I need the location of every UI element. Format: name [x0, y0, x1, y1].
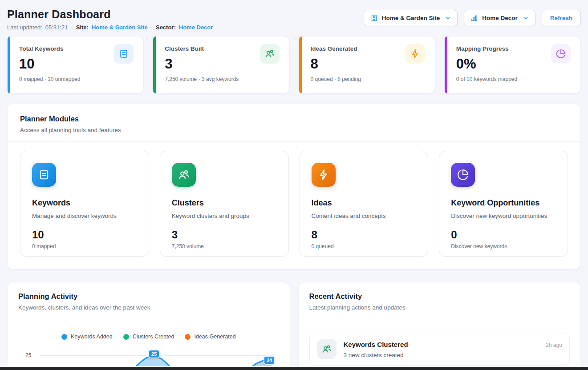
data-point-label: 24	[264, 356, 275, 365]
recent-activity-title: Recent Activity	[309, 292, 570, 301]
module-description: Content ideas and concepts	[312, 213, 417, 219]
modules-panel-header: Planner Modules Access all planning tool…	[8, 104, 580, 142]
pie-chart-icon	[551, 44, 571, 64]
module-description: Keyword clusters and groups	[172, 213, 277, 219]
stat-sub: 7,250 volume · 3 avg keywords	[165, 76, 280, 82]
legend-dot-green	[123, 334, 129, 340]
bottom-row: Planning Activity Keywords, clusters, an…	[7, 282, 581, 370]
module-sub: Discover new keywords	[451, 243, 556, 249]
module-sub: 0 mapped	[32, 243, 137, 249]
planning-activity-panel: Planning Activity Keywords, clusters, an…	[7, 282, 290, 370]
planning-activity-chart: Keywords Added Clusters Created Ideas Ge…	[8, 319, 290, 366]
module-value: 3	[172, 229, 277, 241]
stat-card-clusters-built: Clusters Built 3 7,250 volume · 3 avg ke…	[153, 36, 289, 94]
zap-icon	[406, 44, 425, 64]
chevron-down-icon	[523, 15, 529, 21]
legend-label: Clusters Created	[133, 334, 174, 340]
users-icon	[260, 44, 280, 64]
module-description: Manage and discover keywords	[32, 213, 137, 219]
stat-accent-bar	[8, 36, 10, 93]
recent-activity-list: Keywords Clustered 2h ago 3 new clusters…	[299, 319, 581, 366]
legend-item-clusters-created[interactable]: Clusters Created	[123, 334, 174, 340]
legend-label: Ideas Generated	[194, 334, 235, 340]
bar-chart-icon	[470, 14, 478, 22]
module-description: Discover new keyword opportunities	[451, 213, 556, 219]
activity-item-keywords-clustered[interactable]: Keywords Clustered 2h ago 3 new clusters…	[309, 333, 570, 366]
stat-card-mapping-progress: Mapping Progress 0% 0 of 10 keywords map…	[444, 36, 581, 94]
legend-dot-blue	[61, 334, 67, 340]
file-lines-icon	[114, 44, 134, 64]
module-title: Keywords	[32, 198, 137, 208]
legend-item-ideas-generated[interactable]: Ideas Generated	[185, 334, 235, 340]
module-value: 8	[312, 229, 417, 241]
stats-row: Total Keywords 10 0 mapped · 10 unmapped…	[7, 36, 581, 94]
modules-grid: Keywords Manage and discover keywords 10…	[20, 151, 568, 257]
file-lines-icon	[32, 163, 56, 187]
legend-dot-orange	[185, 334, 191, 340]
sector-selector-value: Home Decor	[482, 15, 518, 21]
stat-card-ideas-generated: Ideas Generated 8 0 queued · 8 pending	[299, 36, 435, 94]
module-title: Ideas	[312, 198, 417, 208]
activity-title-row: Keywords Clustered 2h ago	[344, 339, 563, 348]
activity-item-title: Keywords Clustered	[344, 341, 408, 348]
header-meta: Last updated: 05:31:21 · Site: Home & Ga…	[7, 24, 213, 31]
page-title: Planner Dashboard	[7, 8, 213, 21]
planner-modules-panel: Planner Modules Access all planning tool…	[7, 104, 581, 269]
module-value: 10	[32, 229, 137, 241]
site-link[interactable]: Home & Garden Site	[92, 24, 148, 31]
planner-dashboard-page: Planner Dashboard Last updated: 05:31:21…	[0, 0, 588, 370]
module-card-keyword-opportunities[interactable]: Keyword Opportunities Discover new keywo…	[439, 151, 568, 257]
topbar: Planner Dashboard Last updated: 05:31:21…	[7, 8, 581, 31]
chart-legend: Keywords Added Clusters Created Ideas Ge…	[18, 334, 279, 340]
bottom-edge-bar	[0, 367, 588, 370]
meta-separator: ·	[71, 24, 73, 31]
site-label: Site:	[76, 24, 89, 31]
recent-activity-header: Recent Activity Latest planning actions …	[299, 282, 581, 319]
recent-activity-panel: Recent Activity Latest planning actions …	[298, 282, 581, 370]
stat-accent-bar	[445, 36, 447, 93]
chevron-down-icon	[445, 15, 451, 21]
module-sub: 7,250 volume	[172, 243, 277, 249]
module-card-ideas[interactable]: Ideas Content ideas and concepts 8 0 que…	[300, 151, 429, 257]
stat-accent-bar	[153, 36, 156, 93]
stat-sub: 0 queued · 8 pending	[311, 76, 426, 82]
y-axis-tick: 25	[25, 352, 31, 358]
zap-icon	[312, 163, 336, 187]
refresh-button[interactable]: Refresh	[542, 10, 581, 26]
module-sub: 0 queued	[312, 243, 417, 249]
sector-selector[interactable]: Home Decor	[464, 10, 535, 26]
legend-label: Keywords Added	[71, 334, 113, 340]
sector-label: Sector:	[156, 24, 176, 31]
stat-card-total-keywords: Total Keywords 10 0 mapped · 10 unmapped	[7, 36, 144, 94]
users-icon	[317, 339, 337, 359]
site-selector-value: Home & Garden Site	[382, 15, 440, 21]
data-point-label: 25	[148, 350, 160, 358]
topbar-left: Planner Dashboard Last updated: 05:31:21…	[7, 8, 213, 31]
pie-chart-icon	[451, 163, 475, 187]
modules-body: Keywords Manage and discover keywords 10…	[8, 142, 580, 269]
activity-item-description: 3 new clusters created	[344, 352, 563, 358]
activity-item-time: 2h ago	[546, 342, 562, 348]
module-card-keywords[interactable]: Keywords Manage and discover keywords 10…	[20, 151, 149, 257]
sector-link[interactable]: Home Decor	[179, 24, 213, 31]
planning-activity-header: Planning Activity Keywords, clusters, an…	[8, 282, 290, 319]
stat-accent-bar	[299, 36, 302, 93]
users-icon	[172, 163, 196, 187]
last-updated-label: Last updated:	[7, 24, 42, 31]
area-chart: 25 25 24	[18, 346, 279, 366]
site-selector[interactable]: Home & Garden Site	[364, 10, 458, 26]
activity-item-main: Keywords Clustered 2h ago 3 new clusters…	[344, 339, 563, 358]
building-icon	[370, 14, 378, 22]
modules-panel-title: Planner Modules	[20, 115, 568, 123]
module-value: 0	[451, 229, 556, 241]
legend-item-keywords-added[interactable]: Keywords Added	[61, 334, 113, 340]
planning-activity-subtitle: Keywords, clusters, and ideas over the p…	[18, 304, 279, 311]
recent-activity-subtitle: Latest planning actions and updates	[309, 304, 570, 311]
modules-panel-subtitle: Access all planning tools and features	[20, 127, 568, 133]
stat-sub: 0 of 10 keywords mapped	[456, 76, 572, 82]
topbar-controls: Home & Garden Site Home Decor Refresh	[364, 10, 581, 26]
last-updated-time: 05:31:21	[45, 24, 68, 31]
module-card-clusters[interactable]: Clusters Keyword clusters and groups 3 7…	[160, 151, 289, 257]
meta-separator: ·	[151, 24, 153, 31]
module-title: Keyword Opportunities	[451, 198, 556, 208]
